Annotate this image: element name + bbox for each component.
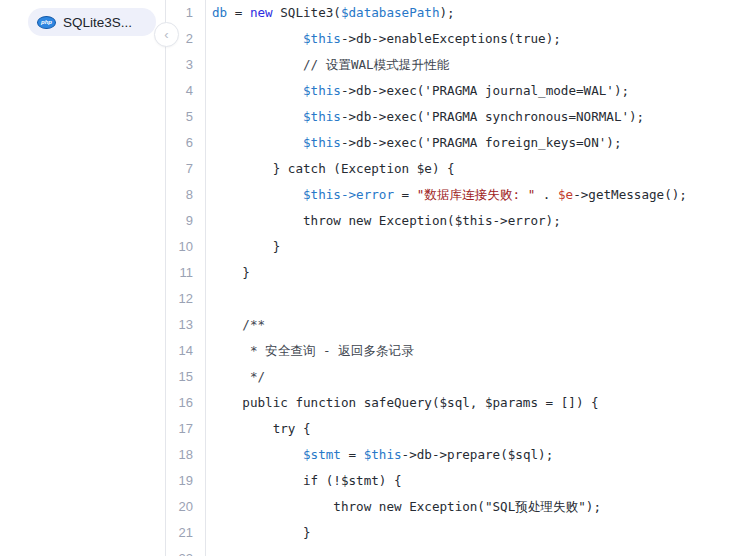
code-line: */ [212, 364, 740, 390]
code-line: public function safeQuery($sql, $params … [212, 390, 740, 416]
line-number: 19 [166, 468, 193, 494]
code-line: throw new Exception("SQL预处理失败"); [212, 494, 740, 520]
code-line: try { [212, 416, 740, 442]
code-editor-content: db = new SQLite3($databasePath); $this->… [206, 0, 740, 556]
line-number: 11 [166, 260, 193, 286]
line-number: 10 [166, 234, 193, 260]
code-line: $this->db->exec('PRAGMA foreign_keys=ON'… [212, 130, 740, 156]
line-number: 14 [166, 338, 193, 364]
chevron-left-icon: ‹ [164, 27, 168, 42]
php-icon: php [37, 16, 56, 29]
line-number: 21 [166, 520, 193, 546]
code-line [212, 546, 740, 556]
code-line: } [212, 234, 740, 260]
sidebar: php SQLite3S... [0, 0, 166, 556]
code-line: } catch (Exception $e) { [212, 156, 740, 182]
code-line: if (!$stmt) { [212, 468, 740, 494]
code-line: db = new SQLite3($databasePath); [212, 0, 740, 26]
code-viewer-window: php SQLite3S... ‹ 1234567891011121314151… [0, 0, 740, 556]
line-number: 5 [166, 104, 193, 130]
code-line: $this->db->exec('PRAGMA synchronous=NORM… [212, 104, 740, 130]
line-number: 9 [166, 208, 193, 234]
sidebar-item-label: SQLite3S... [63, 15, 132, 30]
line-number: 12 [166, 286, 193, 312]
line-number: 6 [166, 130, 193, 156]
code-line: /** [212, 312, 740, 338]
code-line: } [212, 260, 740, 286]
code-line [212, 286, 740, 312]
code-line: * 安全查询 - 返回多条记录 [212, 338, 740, 364]
line-number: 15 [166, 364, 193, 390]
line-number: 17 [166, 416, 193, 442]
line-number: 4 [166, 78, 193, 104]
code-lines: db = new SQLite3($databasePath); $this->… [206, 0, 740, 556]
line-number: 22 [166, 546, 193, 556]
line-number: 7 [166, 156, 193, 182]
sidebar-collapse-button[interactable]: ‹ [154, 22, 179, 47]
code-line: $this->db->enableExceptions(true); [212, 26, 740, 52]
code-line: $stmt = $this->db->prepare($sql); [212, 442, 740, 468]
line-number-gutter: 12345678910111213141516171819202122 [166, 0, 206, 556]
code-line: $this->error = "数据库连接失败: " . $e->getMess… [212, 182, 740, 208]
line-number: 8 [166, 182, 193, 208]
line-number: 13 [166, 312, 193, 338]
line-number: 3 [166, 52, 193, 78]
line-number: 16 [166, 390, 193, 416]
code-line: // 设置WAL模式提升性能 [212, 52, 740, 78]
code-line: } [212, 520, 740, 546]
sidebar-item-file[interactable]: php SQLite3S... [28, 8, 156, 36]
line-number: 18 [166, 442, 193, 468]
code-line: throw new Exception($this->error); [212, 208, 740, 234]
line-number: 20 [166, 494, 193, 520]
code-line: $this->db->exec('PRAGMA journal_mode=WAL… [212, 78, 740, 104]
